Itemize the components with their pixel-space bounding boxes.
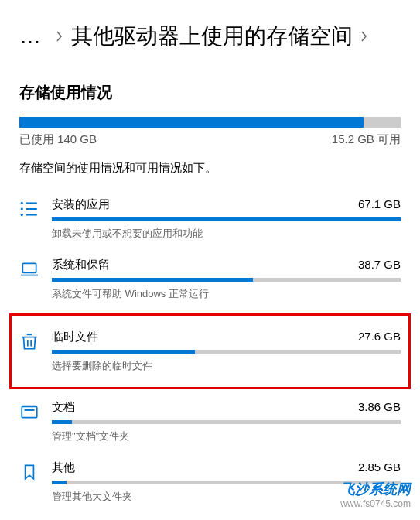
- category-item[interactable]: 桌面8.47 MB管理"桌面"文件夹: [19, 513, 401, 520]
- category-name: 文档: [52, 400, 75, 415]
- category-bar-fill: [52, 278, 253, 282]
- category-desc: 卸载未使用或不想要的应用和功能: [52, 227, 401, 241]
- watermark: 飞沙系统网 www.fs0745.com: [340, 480, 411, 509]
- category-content: 文档3.86 GB管理"文档"文件夹: [52, 400, 401, 443]
- category-list: 安装的应用67.1 GB卸载未使用或不想要的应用和功能系统和保留38.7 GB系…: [0, 190, 420, 520]
- category-item[interactable]: 系统和保留38.7 GB系统文件可帮助 Windows 正常运行: [19, 250, 401, 310]
- category-bar-fill: [52, 350, 195, 354]
- chevron-right-icon: [56, 30, 63, 43]
- category-bar-fill: [52, 420, 72, 424]
- category-name: 系统和保留: [52, 258, 110, 272]
- trash-icon: [19, 331, 39, 351]
- category-size: 67.1 GB: [358, 197, 401, 210]
- breadcrumb-title: 其他驱动器上使用的存储空间: [71, 22, 353, 51]
- svg-rect-13: [25, 409, 35, 411]
- document-icon: [19, 402, 39, 422]
- category-bar: [52, 278, 401, 282]
- category-size: 2.85 GB: [358, 460, 401, 474]
- category-bar: [52, 217, 401, 221]
- used-label: 已使用 140 GB: [19, 132, 97, 147]
- category-name: 安装的应用: [52, 197, 110, 212]
- free-label: 15.2 GB 可用: [332, 132, 401, 147]
- svg-rect-12: [22, 407, 37, 418]
- category-bar-fill: [52, 217, 401, 221]
- category-desc: 选择要删除的临时文件: [52, 359, 401, 373]
- breadcrumb[interactable]: … 其他驱动器上使用的存储空间: [0, 0, 420, 70]
- category-bar: [52, 350, 401, 354]
- category-content: 安装的应用67.1 GB卸载未使用或不想要的应用和功能: [52, 197, 401, 241]
- storage-main-bar-fill: [19, 117, 364, 128]
- svg-rect-6: [22, 263, 36, 272]
- category-size: 38.7 GB: [358, 258, 401, 271]
- category-name: 其他: [52, 460, 75, 475]
- storage-stats: 已使用 140 GB 15.2 GB 可用: [0, 128, 420, 147]
- apps-list-icon: [19, 199, 39, 219]
- chevron-right-icon: [360, 30, 368, 43]
- category-bar: [52, 420, 401, 424]
- category-size: 3.86 GB: [358, 400, 401, 413]
- category-desc: 管理"文档"文件夹: [52, 429, 401, 443]
- section-title: 存储使用情况: [0, 70, 420, 117]
- category-content: 系统和保留38.7 GB系统文件可帮助 Windows 正常运行: [52, 258, 401, 301]
- category-item[interactable]: 临时文件27.6 GB选择要删除的临时文件: [9, 313, 411, 389]
- laptop-icon: [19, 259, 39, 279]
- category-bar-fill: [52, 481, 67, 484]
- storage-main-bar: [19, 117, 401, 128]
- category-item[interactable]: 文档3.86 GB管理"文档"文件夹: [19, 392, 401, 453]
- category-desc: 系统文件可帮助 Windows 正常运行: [52, 287, 401, 301]
- storage-subtitle: 存储空间的使用情况和可用情况如下。: [0, 147, 420, 190]
- category-item[interactable]: 安装的应用67.1 GB卸载未使用或不想要的应用和功能: [19, 190, 401, 250]
- breadcrumb-dots[interactable]: …: [19, 24, 42, 49]
- bookmark-icon: [19, 462, 39, 482]
- watermark-title: 飞沙系统网: [340, 480, 411, 498]
- category-name: 临时文件: [52, 330, 98, 344]
- category-size: 27.6 GB: [358, 330, 401, 343]
- category-content: 临时文件27.6 GB选择要删除的临时文件: [52, 330, 401, 373]
- watermark-url: www.fs0745.com: [340, 498, 411, 509]
